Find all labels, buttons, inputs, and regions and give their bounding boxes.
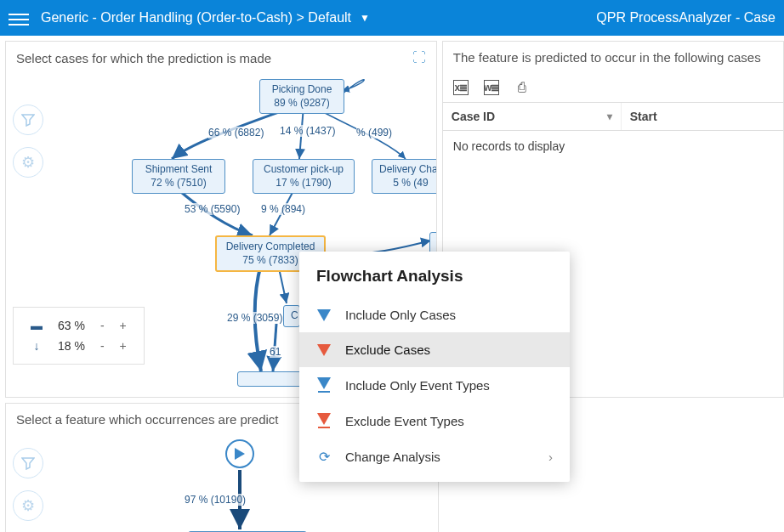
column-label: Case ID: [452, 110, 495, 123]
edge-label: 29 % (3059): [227, 312, 282, 324]
node-bottom[interactable]: [237, 371, 305, 387]
funnel-bar-icon: [316, 413, 332, 428]
node-label: C: [291, 309, 293, 323]
edge-label: 9 % (894): [261, 203, 305, 215]
threshold-controls: ▬ 63 % - + ↓ 18 % - +: [13, 307, 145, 365]
export-toolbar: x≣ w≣ ⎙: [443, 73, 783, 102]
menu-include-only-event-types[interactable]: Include Only Event Types: [299, 367, 570, 403]
chevron-right-icon: ›: [548, 450, 553, 464]
edge-label: 53 % (5590): [185, 203, 240, 215]
funnel-bar-icon: [316, 377, 332, 393]
panel-title: The feature is predicted to occur in the…: [453, 50, 761, 65]
node-delivery-change[interactable]: Delivery Chang 5 % (49: [372, 159, 436, 194]
breadcrumb-text: Generic - Order Handling (Order-to-Cash)…: [41, 10, 351, 25]
menu-include-only-cases[interactable]: Include Only Cases: [299, 297, 570, 332]
refresh-icon: ⟳: [316, 449, 332, 465]
no-records-message: No records to display: [443, 131, 783, 161]
node-shipment-sent[interactable]: Shipment Sent 72 % (7510): [132, 159, 225, 194]
edge-threshold-icon: ↓: [24, 337, 49, 355]
funnel-icon: [316, 344, 332, 356]
hamburger-icon[interactable]: [9, 10, 29, 25]
edge-label: 66 % (6882): [208, 127, 264, 139]
menu-exclude-event-types[interactable]: Exclude Event Types: [299, 403, 570, 439]
node-label: Customer pick-up: [260, 163, 347, 177]
top-bar: Generic - Order Handling (Order-to-Cash)…: [0, 0, 784, 36]
app-title: QPR ProcessAnalyzer - Case: [596, 10, 775, 25]
node-c[interactable]: C: [283, 305, 300, 327]
menu-label: Change Analysis: [345, 450, 440, 464]
node-stat: 17 % (1790): [260, 177, 347, 190]
node-label: Shipment Sent: [139, 163, 218, 177]
edge-threshold-value: 18 %: [51, 337, 92, 355]
export-pdf-icon[interactable]: ⎙: [514, 80, 530, 95]
menu-label: Exclude Event Types: [345, 414, 464, 428]
menu-label: Include Only Event Types: [345, 378, 490, 393]
menu-change-analysis[interactable]: ⟳ Change Analysis ›: [299, 439, 570, 475]
edge-threshold-minus[interactable]: -: [94, 337, 111, 355]
funnel-icon: [316, 309, 332, 321]
column-start[interactable]: Start: [622, 103, 783, 130]
menu-label: Include Only Cases: [345, 308, 456, 322]
menu-exclude-cases[interactable]: Exclude Cases: [299, 332, 570, 367]
chevron-down-icon: ▼: [360, 12, 370, 24]
settings-button[interactable]: ⚙: [13, 147, 43, 178]
breadcrumb[interactable]: Generic - Order Handling (Order-to-Cash)…: [41, 10, 370, 25]
column-case-id[interactable]: Case ID ▾: [443, 103, 622, 130]
edge-label: 14 % (1437): [280, 125, 335, 137]
funnel-icon: [21, 113, 35, 127]
context-menu: Flowchart Analysis Include Only Cases Ex…: [299, 252, 570, 482]
filter-icon[interactable]: ▾: [607, 110, 612, 122]
node-stat: 5 % (49: [379, 177, 436, 190]
play-icon: [235, 448, 245, 460]
node-stat: 72 % (7510): [139, 177, 218, 190]
edge-label: 97 % (10190): [185, 494, 246, 506]
grid-header: Case ID ▾ Start: [443, 102, 783, 131]
node-pu[interactable]: Pu: [429, 232, 436, 254]
export-excel-icon[interactable]: x≣: [453, 80, 469, 95]
node-label: Picking Done: [267, 83, 337, 97]
edge-label: % (499): [356, 127, 392, 139]
node-threshold-icon: ▬: [24, 316, 49, 335]
export-word-icon[interactable]: w≣: [484, 80, 499, 95]
play-button[interactable]: [225, 439, 254, 468]
gear-icon: ⚙: [21, 153, 35, 172]
node-threshold-minus[interactable]: -: [94, 316, 111, 335]
column-label: Start: [630, 110, 657, 123]
node-threshold-plus[interactable]: +: [113, 316, 134, 335]
node-label: Delivery Chang: [379, 163, 436, 177]
filter-button[interactable]: [13, 105, 43, 135]
context-menu-title: Flowchart Analysis: [299, 252, 570, 297]
node-stat: 89 % (9287): [267, 97, 337, 110]
edge-label: 61: [270, 346, 281, 358]
menu-label: Exclude Cases: [345, 342, 430, 357]
node-threshold-value: 63 %: [51, 316, 92, 335]
node-customer-pickup[interactable]: Customer pick-up 17 % (1790): [253, 159, 355, 194]
panel-title: Select cases for which the prediction is…: [16, 51, 271, 65]
expand-icon[interactable]: ⛶: [412, 50, 426, 65]
node-picking-done[interactable]: Picking Done 89 % (9287): [259, 79, 344, 114]
edge-threshold-plus[interactable]: +: [113, 337, 134, 355]
